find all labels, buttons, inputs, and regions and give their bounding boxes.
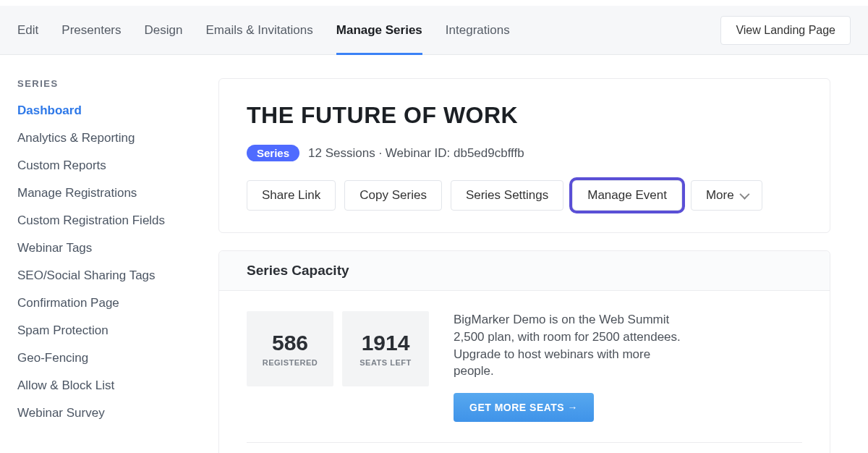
copy-series-button[interactable]: Copy Series (344, 180, 442, 211)
tab-presenters[interactable]: Presenters (61, 6, 121, 54)
top-nav: Edit Presenters Design Emails & Invitati… (0, 6, 868, 55)
capacity-card: Series Capacity 586 REGISTERED 1914 SEAT… (218, 250, 830, 453)
sidebar-item-allow-block-list[interactable]: Allow & Block List (17, 378, 205, 393)
manage-event-button[interactable]: Manage Event (572, 180, 682, 211)
sidebar-item-dashboard[interactable]: Dashboard (17, 103, 205, 118)
series-pill: Series (247, 145, 299, 161)
more-label: More (706, 188, 734, 203)
sidebar: SERIES Dashboard Analytics & Reporting C… (17, 78, 205, 453)
chevron-down-icon (739, 190, 749, 200)
tab-design[interactable]: Design (145, 6, 183, 54)
capacity-description-block: BigMarker Demo is on the Web Summit 2,50… (438, 311, 684, 422)
registered-stat: 586 REGISTERED (247, 311, 333, 386)
top-tabs: Edit Presenters Design Emails & Invitati… (17, 6, 510, 54)
tab-emails-invitations[interactable]: Emails & Invitations (205, 6, 312, 54)
sidebar-item-manage-registrations[interactable]: Manage Registrations (17, 186, 205, 200)
more-button[interactable]: More (691, 180, 762, 211)
capacity-heading: Series Capacity (219, 251, 830, 291)
registered-label: REGISTERED (263, 358, 318, 367)
seats-left-stat: 1914 SEATS LEFT (342, 311, 429, 386)
series-settings-button[interactable]: Series Settings (451, 180, 563, 211)
sidebar-heading: SERIES (17, 78, 205, 89)
tab-edit[interactable]: Edit (17, 6, 38, 54)
seats-left-label: SEATS LEFT (359, 358, 411, 367)
sidebar-item-analytics[interactable]: Analytics & Reporting (17, 131, 205, 145)
sidebar-item-confirmation-page[interactable]: Confirmation Page (17, 296, 205, 310)
get-more-seats-button[interactable]: GET MORE SEATS → (454, 393, 594, 422)
sidebar-item-spam-protection[interactable]: Spam Protection (17, 323, 205, 338)
view-landing-page-button[interactable]: View Landing Page (720, 16, 851, 45)
sidebar-item-custom-registration-fields[interactable]: Custom Registration Fields (17, 213, 205, 228)
sidebar-item-webinar-tags[interactable]: Webinar Tags (17, 241, 205, 255)
tab-integrations[interactable]: Integrations (446, 6, 510, 54)
series-meta: Series 12 Sessions · Webinar ID: db5ed9c… (247, 145, 802, 161)
share-link-button[interactable]: Share Link (247, 180, 336, 211)
main-content: THE FUTURE OF WORK Series 12 Sessions · … (205, 78, 868, 453)
sidebar-item-geo-fencing[interactable]: Geo-Fencing (17, 351, 205, 365)
tab-manage-series[interactable]: Manage Series (336, 6, 422, 54)
sidebar-item-seo-social-tags[interactable]: SEO/Social Sharing Tags (17, 268, 205, 283)
series-title: THE FUTURE OF WORK (247, 102, 802, 129)
capacity-description: BigMarker Demo is on the Web Summit 2,50… (454, 311, 684, 380)
sidebar-item-webinar-survey[interactable]: Webinar Survey (17, 406, 205, 420)
seats-left-value: 1914 (362, 331, 410, 355)
sidebar-item-custom-reports[interactable]: Custom Reports (17, 158, 205, 173)
registered-value: 586 (272, 331, 308, 355)
series-meta-text: 12 Sessions · Webinar ID: db5ed9cbfffb (308, 146, 524, 161)
series-actions: Share Link Copy Series Series Settings M… (247, 180, 802, 211)
series-header-card: THE FUTURE OF WORK Series 12 Sessions · … (218, 78, 830, 233)
capacity-footer: 586 registered capacity: 2500 (247, 442, 802, 453)
